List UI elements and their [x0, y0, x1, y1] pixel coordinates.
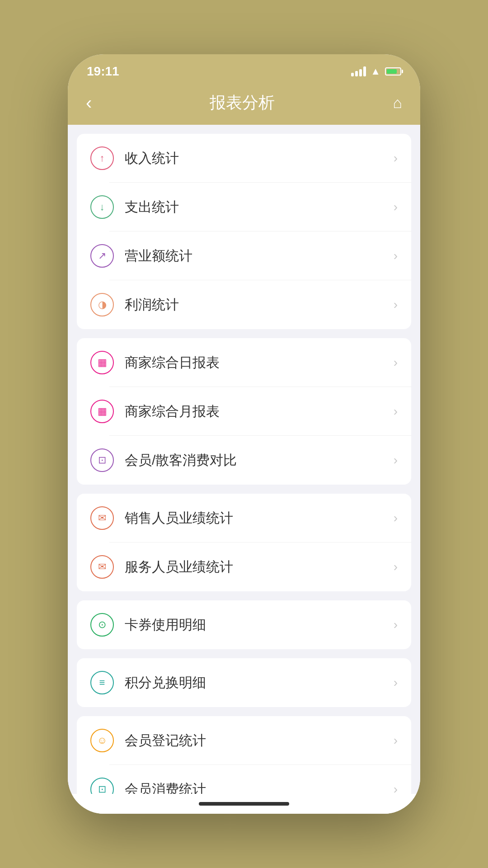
status-icons: ▲ — [351, 66, 401, 77]
section-staff-perf: ✉ 销售人员业绩统计 › ✉ 服务人员业绩统计 › — [77, 494, 411, 591]
expense-icon: ↓ — [90, 195, 114, 219]
chevron-icon: › — [394, 200, 398, 214]
list-item[interactable]: ▦ 商家综合月报表 › — [77, 387, 411, 436]
status-time: 19:11 — [87, 64, 119, 79]
expense-label: 支出统计 — [125, 198, 179, 217]
chevron-icon: › — [394, 355, 398, 370]
profit-icon: ◑ — [90, 293, 114, 316]
home-bar — [199, 802, 289, 806]
chevron-icon: › — [394, 151, 398, 165]
card-voucher-icon: ⊙ — [90, 613, 114, 637]
back-button[interactable]: ‹ — [86, 94, 92, 112]
revenue-label: 营业额统计 — [125, 247, 192, 265]
profit-label: 利润统计 — [125, 296, 179, 314]
service-perf-icon: ✉ — [90, 555, 114, 579]
battery-icon — [385, 67, 401, 75]
daily-report-icon: ▦ — [90, 351, 114, 374]
chevron-icon: › — [394, 733, 398, 748]
list-item[interactable]: ☺ 会员登记统计 › — [77, 716, 411, 765]
chevron-icon: › — [394, 404, 398, 419]
chevron-icon: › — [394, 675, 398, 690]
list-item[interactable]: ↑ 收入统计 › — [77, 134, 411, 183]
points-exchange-icon: ≡ — [90, 671, 114, 694]
income-label: 收入统计 — [125, 149, 179, 168]
list-item[interactable]: ⊙ 卡券使用明细 › — [77, 600, 411, 649]
revenue-icon: ↗ — [90, 244, 114, 268]
card-voucher-label: 卡券使用明细 — [125, 616, 206, 634]
chevron-icon: › — [394, 618, 398, 632]
list-item[interactable]: ▦ 商家综合日报表 › — [77, 338, 411, 387]
chevron-icon: › — [394, 782, 398, 794]
status-bar: 19:11 ▲ — [68, 54, 420, 85]
sales-perf-icon: ✉ — [90, 506, 114, 530]
income-icon: ↑ — [90, 146, 114, 170]
wifi-icon: ▲ — [371, 66, 380, 77]
list-item[interactable]: ↓ 支出统计 › — [77, 183, 411, 231]
section-card-voucher: ⊙ 卡券使用明细 › — [77, 600, 411, 649]
section-points: ≡ 积分兑换明细 › — [77, 658, 411, 707]
phone-frame: 19:11 ▲ ‹ 报表分析 ⌂ ↑ 收入统计 — [68, 54, 420, 814]
chevron-icon: › — [394, 511, 398, 525]
daily-report-label: 商家综合日报表 — [125, 354, 220, 372]
monthly-report-label: 商家综合月报表 — [125, 402, 220, 421]
home-indicator — [68, 794, 420, 814]
points-exchange-label: 积分兑换明细 — [125, 674, 206, 692]
chevron-icon: › — [394, 453, 398, 467]
member-consume-icon: ⊡ — [90, 778, 114, 794]
member-consume-label: 会员消费统计 — [125, 780, 206, 794]
chevron-icon: › — [394, 297, 398, 312]
home-button[interactable]: ⌂ — [393, 94, 402, 112]
service-perf-label: 服务人员业绩统计 — [125, 558, 233, 576]
section-stats: ↑ 收入统计 › ↓ 支出统计 › ↗ 营业额统计 › — [77, 134, 411, 329]
member-compare-label: 会员/散客消费对比 — [125, 451, 237, 470]
list-item[interactable]: ✉ 销售人员业绩统计 › — [77, 494, 411, 542]
chevron-icon: › — [394, 249, 398, 263]
page-title: 报表分析 — [210, 92, 275, 114]
member-compare-icon: ⊡ — [90, 448, 114, 472]
signal-icon — [351, 66, 366, 76]
content-area: ↑ 收入统计 › ↓ 支出统计 › ↗ 营业额统计 › — [68, 125, 420, 794]
monthly-report-icon: ▦ — [90, 400, 114, 423]
list-item[interactable]: ≡ 积分兑换明细 › — [77, 658, 411, 707]
member-register-label: 会员登记统计 — [125, 731, 206, 750]
list-item[interactable]: ◑ 利润统计 › — [77, 280, 411, 329]
list-item[interactable]: ✉ 服务人员业绩统计 › — [77, 542, 411, 591]
chevron-icon: › — [394, 560, 398, 574]
list-item[interactable]: ↗ 营业额统计 › — [77, 231, 411, 280]
section-merchant-reports: ▦ 商家综合日报表 › ▦ 商家综合月报表 › ⊡ 会员/散客消费对比 › — [77, 338, 411, 485]
member-register-icon: ☺ — [90, 729, 114, 752]
nav-bar: ‹ 报表分析 ⌂ — [68, 85, 420, 125]
list-item[interactable]: ⊡ 会员/散客消费对比 › — [77, 436, 411, 485]
sales-perf-label: 销售人员业绩统计 — [125, 509, 233, 528]
list-item[interactable]: ⊡ 会员消费统计 › — [77, 765, 411, 794]
section-member-stats: ☺ 会员登记统计 › ⊡ 会员消费统计 › — [77, 716, 411, 794]
